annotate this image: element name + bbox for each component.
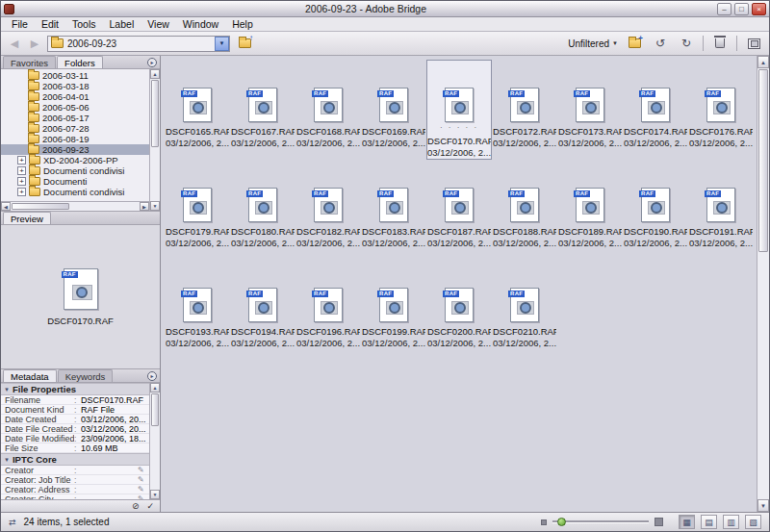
rotate-right-button[interactable]: ↻ <box>677 35 696 53</box>
file-thumbnail[interactable]: RAFDSCF0168.RAF03/12/2006, 2... <box>295 60 361 160</box>
smaller-thumbnails-icon[interactable] <box>541 519 547 525</box>
scroll-right-icon[interactable]: ▶ <box>140 202 149 211</box>
tab-metadata[interactable]: Metadata <box>3 369 57 382</box>
file-thumbnail[interactable]: RAFDSCF0199.RAF03/12/2006, 2... <box>361 260 426 360</box>
file-thumbnail[interactable]: RAFDSCF0200.RAF03/12/2006, 2... <box>426 260 492 360</box>
filmstrip-view-button[interactable]: ▤ <box>701 515 717 529</box>
close-button[interactable]: × <box>752 3 766 15</box>
tree-item[interactable]: 2006-09-23 <box>1 144 149 155</box>
go-up-button[interactable]: ↑ <box>235 35 254 53</box>
compact-mode-button[interactable] <box>744 35 763 53</box>
menu-label[interactable]: Label <box>103 18 141 30</box>
metadata-scrollbar[interactable]: ▲ ▼ <box>149 383 160 499</box>
edit-pencil-icon[interactable]: ✎ <box>138 475 149 484</box>
file-thumbnail[interactable]: RAFDSCF0193.RAF03/12/2006, 2... <box>165 260 230 360</box>
thumbnail-size-slider[interactable] <box>552 520 649 523</box>
scrollbar-thumb[interactable] <box>12 203 69 210</box>
file-thumbnail[interactable]: RAFDSCF0182.RAF03/12/2006, 2... <box>295 160 361 260</box>
swap-panels-icon[interactable]: ⇄ <box>9 518 16 527</box>
tree-item[interactable]: +Documenti condivisi <box>1 187 149 197</box>
file-thumbnail[interactable]: RAFDSCF0183.RAF03/12/2006, 2... <box>361 160 426 260</box>
scroll-up-icon[interactable]: ▲ <box>757 56 769 68</box>
tree-item[interactable]: +Documenti <box>1 176 149 187</box>
menu-view[interactable]: View <box>141 18 176 30</box>
file-thumbnail[interactable]: RAFDSCF0210.RAF03/12/2006, 2... <box>492 260 557 360</box>
file-thumbnail[interactable]: RAFDSCF0188.RAF03/12/2006, 2... <box>492 160 557 260</box>
title-bar[interactable]: 2006-09-23 - Adobe Bridge – □ × <box>1 1 769 17</box>
menu-tools[interactable]: Tools <box>65 18 103 30</box>
thumbnails-view-button[interactable]: ▦ <box>679 515 695 529</box>
delete-button[interactable] <box>710 35 730 53</box>
filter-dropdown[interactable]: Unfiltered ▼ <box>568 38 618 49</box>
expand-icon[interactable]: + <box>17 188 26 196</box>
rotate-left-button[interactable]: ↺ <box>651 35 670 53</box>
tree-item[interactable]: +XD-2004-2006-PP <box>1 155 149 165</box>
scroll-down-icon[interactable]: ▼ <box>757 499 769 512</box>
tab-folders[interactable]: Folders <box>57 56 103 68</box>
scrollbar-thumb[interactable] <box>151 80 159 147</box>
file-thumbnail[interactable]: RAFDSCF0180.RAF03/12/2006, 2... <box>230 160 295 260</box>
file-thumbnail[interactable]: RAFDSCF0176.RAF03/12/2006, 2... <box>688 60 754 160</box>
file-thumbnail[interactable]: RAFDSCF0169.RAF03/12/2006, 2... <box>361 60 426 160</box>
tree-item[interactable]: 2006-05-06 <box>1 102 149 113</box>
new-folder-button[interactable]: + <box>625 35 644 53</box>
location-combobox[interactable]: 2006-09-23 ▼ <box>47 36 230 52</box>
details-view-button[interactable]: ▥ <box>723 515 739 529</box>
versions-view-button[interactable]: ▧ <box>745 515 761 529</box>
expand-icon[interactable]: + <box>17 177 26 186</box>
expand-icon[interactable]: + <box>17 156 26 165</box>
file-thumbnail[interactable]: RAF· · · · ·DSCF0170.RAF03/12/2006, 2... <box>426 60 492 160</box>
file-thumbnail[interactable]: RAFDSCF0196.RAF03/12/2006, 2... <box>295 260 361 360</box>
menu-help[interactable]: Help <box>225 18 260 30</box>
tab-favorites[interactable]: Favorites <box>3 56 56 68</box>
panel-menu-icon[interactable]: ▸ <box>147 371 157 381</box>
cancel-metadata-icon[interactable]: ⊘ <box>132 501 140 511</box>
scroll-up-icon[interactable]: ▲ <box>150 69 160 79</box>
scroll-down-icon[interactable]: ▼ <box>150 201 160 211</box>
file-thumbnail[interactable]: RAFDSCF0189.RAF03/12/2006, 2... <box>557 160 623 260</box>
content-vertical-scrollbar[interactable]: ▲ ▼ <box>757 56 769 512</box>
file-thumbnail[interactable]: RAFDSCF0179.RAF03/12/2006, 2... <box>165 160 230 260</box>
maximize-button[interactable]: □ <box>734 3 749 15</box>
slider-thumb[interactable] <box>557 518 566 526</box>
tree-vertical-scrollbar[interactable]: ▲ ▼ <box>149 69 160 211</box>
file-thumbnail[interactable]: RAFDSCF0194.RAF03/12/2006, 2... <box>230 260 295 360</box>
file-thumbnail[interactable]: RAFDSCF0187.RAF03/12/2006, 2... <box>426 160 492 260</box>
tab-preview[interactable]: Preview <box>3 212 51 224</box>
menu-edit[interactable]: Edit <box>35 18 65 30</box>
file-thumbnail[interactable]: RAFDSCF0172.RAF03/12/2006, 2... <box>492 60 557 160</box>
tree-item[interactable]: 2006-03-18 <box>1 81 149 91</box>
file-thumbnail[interactable]: RAFDSCF0165.RAF03/12/2006, 2... <box>165 60 230 160</box>
metadata-section-header[interactable]: ▼IPTC Core <box>1 453 149 466</box>
tree-item[interactable]: 2006-04-01 <box>1 91 149 102</box>
tree-item[interactable]: 2006-03-11 <box>1 70 149 81</box>
tree-item[interactable]: +Documenti condivisi <box>1 165 149 176</box>
scroll-up-icon[interactable]: ▲ <box>150 383 160 393</box>
file-thumbnail[interactable]: RAFDSCF0190.RAF03/12/2006, 2... <box>623 160 688 260</box>
file-thumbnail[interactable]: RAFDSCF0173.RAF03/12/2006, 2... <box>557 60 623 160</box>
file-thumbnail[interactable]: RAFDSCF0167.RAF03/12/2006, 2... <box>230 60 295 160</box>
edit-pencil-icon[interactable]: ✎ <box>138 466 149 474</box>
menu-window[interactable]: Window <box>176 18 225 30</box>
tab-keywords[interactable]: Keywords <box>58 369 114 382</box>
expand-icon[interactable]: + <box>17 166 26 175</box>
scroll-left-icon[interactable]: ◀ <box>1 202 11 211</box>
back-button[interactable]: ◀ <box>7 38 22 50</box>
tree-horizontal-scrollbar[interactable]: ◀ ▶ <box>1 201 149 211</box>
tree-item[interactable]: 2006-05-17 <box>1 113 149 123</box>
apply-metadata-icon[interactable]: ✓ <box>146 501 154 511</box>
panel-menu-icon[interactable]: ▸ <box>147 58 157 67</box>
menu-file[interactable]: File <box>5 18 35 30</box>
scrollbar-thumb[interactable] <box>758 69 768 252</box>
tree-item[interactable]: 2006-08-19 <box>1 134 149 144</box>
metadata-section-header[interactable]: ▼File Properties <box>1 383 149 395</box>
tree-item[interactable]: 2006-07-28 <box>1 123 149 134</box>
edit-pencil-icon[interactable]: ✎ <box>138 485 149 494</box>
file-thumbnail[interactable]: RAFDSCF0191.RAF03/12/2006, 2... <box>688 160 754 260</box>
scroll-down-icon[interactable]: ▼ <box>150 490 160 499</box>
scrollbar-thumb[interactable] <box>151 393 159 426</box>
forward-button[interactable]: ▶ <box>27 38 42 50</box>
combo-dropdown-button[interactable]: ▼ <box>215 37 229 51</box>
larger-thumbnails-icon[interactable] <box>654 518 663 526</box>
rating-dots[interactable]: · · · · · <box>440 124 478 132</box>
